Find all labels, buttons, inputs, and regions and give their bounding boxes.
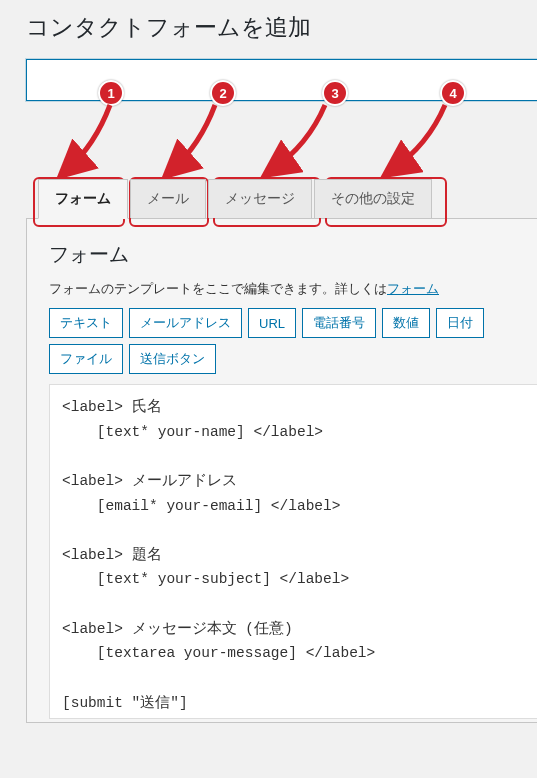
- tag-file-button[interactable]: ファイル: [49, 344, 123, 374]
- tag-submit-button[interactable]: 送信ボタン: [129, 344, 216, 374]
- tab-messages[interactable]: メッセージ: [208, 179, 312, 218]
- form-title-input[interactable]: [29, 62, 535, 98]
- form-template-editor[interactable]: [49, 384, 537, 719]
- panel-description: フォームのテンプレートをここで編集できます。詳しくはフォーム: [49, 280, 537, 298]
- tab-other-settings[interactable]: その他の設定: [314, 179, 432, 218]
- tag-date-button[interactable]: 日付: [436, 308, 484, 338]
- tag-tel-button[interactable]: 電話番号: [302, 308, 376, 338]
- tag-button-row: テキスト メールアドレス URL 電話番号 数値 日付 ファイル 送信ボタン: [49, 308, 537, 374]
- annotation-arrow-1: [55, 100, 125, 182]
- panel-desc-text: フォームのテンプレートをここで編集できます。詳しくは: [49, 281, 387, 296]
- panel-heading: フォーム: [49, 241, 537, 268]
- annotation-arrow-3: [260, 100, 340, 182]
- page-title: コンタクトフォームを追加: [26, 12, 537, 43]
- tab-mail[interactable]: メール: [130, 179, 206, 218]
- tag-text-button[interactable]: テキスト: [49, 308, 123, 338]
- panel-desc-link[interactable]: フォーム: [387, 281, 439, 296]
- tag-email-button[interactable]: メールアドレス: [129, 308, 242, 338]
- form-title-wrap: [26, 59, 537, 101]
- tag-url-button[interactable]: URL: [248, 308, 296, 338]
- tab-bar: フォーム メール メッセージ その他の設定: [26, 179, 537, 218]
- annotation-arrow-2: [160, 100, 230, 182]
- tag-number-button[interactable]: 数値: [382, 308, 430, 338]
- annotation-arrow-4: [380, 100, 460, 182]
- panel-form: フォーム フォームのテンプレートをここで編集できます。詳しくはフォーム テキスト…: [26, 218, 537, 723]
- tab-form[interactable]: フォーム: [38, 179, 128, 219]
